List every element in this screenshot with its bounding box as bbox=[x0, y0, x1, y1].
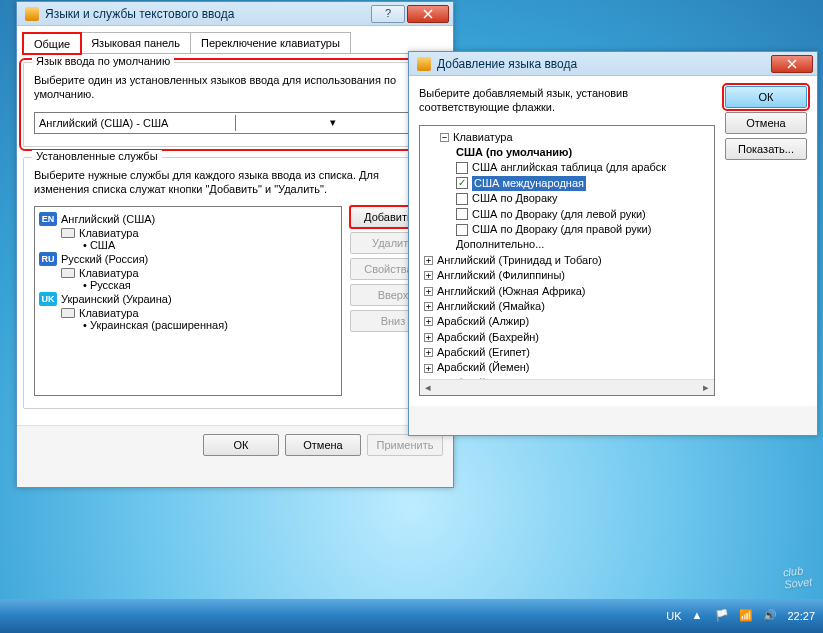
window-add-input-language: Добавление языка ввода Выберите добавляе… bbox=[408, 51, 818, 436]
language-item[interactable]: UKУкраинский (Украина) bbox=[39, 291, 337, 307]
titlebar[interactable]: Языки и службы текстового ввода ? bbox=[17, 2, 453, 26]
keyboard-label: Клавиатура bbox=[79, 307, 139, 319]
checkbox[interactable] bbox=[456, 224, 468, 236]
tree-node-layout[interactable]: США по Двораку (для правой руки) bbox=[424, 222, 710, 237]
tray-icon[interactable]: ▲ bbox=[691, 609, 705, 623]
node-label: США английская таблица (для арабск bbox=[472, 160, 666, 175]
tree-node-layout[interactable]: США по Двораку bbox=[424, 191, 710, 206]
window-text-services: Языки и службы текстового ввода ? Общие … bbox=[16, 1, 454, 488]
expand-icon[interactable]: + bbox=[424, 317, 433, 326]
tree-node-default[interactable]: США (по умолчанию) bbox=[424, 145, 710, 160]
keyboard-subitem[interactable]: Клавиатура bbox=[39, 307, 337, 319]
scroll-left-icon[interactable]: ◂ bbox=[420, 380, 436, 395]
chevron-down-icon: ▾ bbox=[235, 115, 432, 131]
expand-icon[interactable]: + bbox=[424, 302, 433, 311]
language-name: Украинский (Украина) bbox=[61, 293, 172, 305]
scroll-right-icon[interactable]: ▸ bbox=[698, 380, 714, 395]
tree-node-layout[interactable]: США по Двораку (для левой руки) bbox=[424, 207, 710, 222]
keyboard-subitem[interactable]: Клавиатура bbox=[39, 267, 337, 279]
layout-item[interactable]: • США bbox=[39, 239, 337, 251]
show-button[interactable]: Показать... bbox=[725, 138, 807, 160]
keyboard-subitem[interactable]: Клавиатура bbox=[39, 227, 337, 239]
node-label: Дополнительно... bbox=[456, 237, 544, 252]
checkbox[interactable] bbox=[456, 177, 468, 189]
window-body: Общие Языковая панель Переключение клави… bbox=[17, 26, 453, 425]
collapse-icon[interactable]: − bbox=[440, 133, 449, 142]
node-label: Английский (Тринидад и Тобаго) bbox=[437, 253, 602, 268]
help-button[interactable]: ? bbox=[371, 5, 405, 23]
close-button[interactable] bbox=[771, 55, 813, 73]
expand-icon[interactable]: + bbox=[424, 271, 433, 280]
lang-flag-icon: RU bbox=[39, 252, 57, 266]
tab-switch-keyboard[interactable]: Переключение клавиатуры bbox=[190, 32, 351, 53]
horizontal-scrollbar[interactable]: ◂ ▸ bbox=[420, 379, 714, 395]
node-label: США по Двораку (для левой руки) bbox=[472, 207, 646, 222]
sound-icon[interactable]: 🔊 bbox=[763, 609, 777, 623]
group-title: Установленные службы bbox=[32, 150, 162, 162]
lang-indicator[interactable]: UK bbox=[666, 610, 681, 622]
app-icon bbox=[25, 7, 39, 21]
expand-icon[interactable]: + bbox=[424, 333, 433, 342]
layout-item[interactable]: • Украинская (расширенная) bbox=[39, 319, 337, 331]
default-language-select[interactable]: Английский (США) - США ▾ bbox=[34, 112, 436, 134]
tree-node-language[interactable]: +Английский (Ямайка) bbox=[424, 299, 710, 314]
flag-icon[interactable]: 🏳️ bbox=[715, 609, 729, 623]
side-buttons: ОК Отмена Показать... bbox=[725, 86, 807, 396]
tree-node-keyboard[interactable]: −Клавиатура bbox=[424, 130, 710, 145]
ok-button[interactable]: ОК bbox=[203, 434, 279, 456]
checkbox[interactable] bbox=[456, 162, 468, 174]
taskbar[interactable]: UK ▲ 🏳️ 📶 🔊 22:27 bbox=[0, 599, 823, 633]
keyboard-icon bbox=[61, 268, 75, 278]
tree-node-language[interactable]: +Английский (Тринидад и Тобаго) bbox=[424, 253, 710, 268]
tab-language-bar[interactable]: Языковая панель bbox=[80, 32, 191, 53]
language-item[interactable]: ENАнглийский (США) bbox=[39, 211, 337, 227]
scroll-track[interactable] bbox=[436, 380, 698, 395]
tree-node-language[interactable]: +Английский (Южная Африка) bbox=[424, 284, 710, 299]
tab-general[interactable]: Общие bbox=[23, 33, 81, 54]
lang-flag-icon: EN bbox=[39, 212, 57, 226]
language-name: Русский (Россия) bbox=[61, 253, 148, 265]
tree-node-layout[interactable]: США английская таблица (для арабск bbox=[424, 160, 710, 175]
node-label: Английский (Южная Африка) bbox=[437, 284, 586, 299]
titlebar[interactable]: Добавление языка ввода bbox=[409, 52, 817, 76]
tree-node-language[interactable]: +Арабский (Египет) bbox=[424, 345, 710, 360]
ok-button[interactable]: ОК bbox=[725, 86, 807, 108]
installed-languages-tree[interactable]: ENАнглийский (США)Клавиатура• СШАRUРусск… bbox=[34, 206, 342, 396]
system-tray: UK ▲ 🏳️ 📶 🔊 22:27 bbox=[666, 609, 815, 623]
apply-button[interactable]: Применить bbox=[367, 434, 443, 456]
group-default-language: Язык ввода по умолчанию Выберите один из… bbox=[23, 62, 447, 147]
tree-node-language[interactable]: +Английский (Филиппины) bbox=[424, 268, 710, 283]
keyboard-icon bbox=[61, 228, 75, 238]
checkbox[interactable] bbox=[456, 208, 468, 220]
tree-node-layout[interactable]: США международная bbox=[424, 176, 710, 191]
node-label: США по Двораку (для правой руки) bbox=[472, 222, 651, 237]
language-item[interactable]: RUРусский (Россия) bbox=[39, 251, 337, 267]
cancel-button[interactable]: Отмена bbox=[285, 434, 361, 456]
language-name: Английский (США) bbox=[61, 213, 155, 225]
language-tree[interactable]: −КлавиатураСША (по умолчанию)США английс… bbox=[419, 125, 715, 397]
window-title: Языки и службы текстового ввода bbox=[45, 7, 369, 21]
clock[interactable]: 22:27 bbox=[787, 610, 815, 622]
node-label: Английский (Ямайка) bbox=[437, 299, 545, 314]
keyboard-icon bbox=[61, 308, 75, 318]
expand-icon[interactable]: + bbox=[424, 256, 433, 265]
close-button[interactable] bbox=[407, 5, 449, 23]
tree-node-language[interactable]: +Арабский (Бахрейн) bbox=[424, 330, 710, 345]
checkbox[interactable] bbox=[456, 193, 468, 205]
cancel-button[interactable]: Отмена bbox=[725, 112, 807, 134]
dialog-desc: Выберите добавляемый язык, установив соо… bbox=[419, 86, 715, 115]
node-label: США по Двораку bbox=[472, 191, 558, 206]
select-value: Английский (США) - США bbox=[39, 117, 235, 129]
tree-node-language[interactable]: +Арабский (Йемен) bbox=[424, 360, 710, 375]
layout-item[interactable]: • Русская bbox=[39, 279, 337, 291]
node-label: Английский (Филиппины) bbox=[437, 268, 565, 283]
tree-node-more[interactable]: Дополнительно... bbox=[424, 237, 710, 252]
window-body: Выберите добавляемый язык, установив соо… bbox=[409, 76, 817, 406]
tabstrip: Общие Языковая панель Переключение клави… bbox=[23, 32, 447, 54]
tree-node-language[interactable]: +Арабский (Алжир) bbox=[424, 314, 710, 329]
expand-icon[interactable]: + bbox=[424, 348, 433, 357]
expand-icon[interactable]: + bbox=[424, 364, 433, 373]
network-icon[interactable]: 📶 bbox=[739, 609, 753, 623]
expand-icon[interactable]: + bbox=[424, 287, 433, 296]
node-label: США (по умолчанию) bbox=[456, 145, 572, 160]
